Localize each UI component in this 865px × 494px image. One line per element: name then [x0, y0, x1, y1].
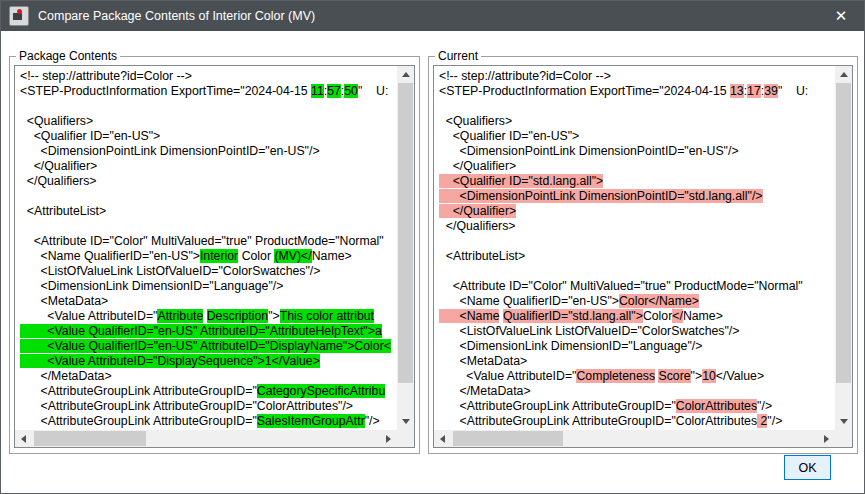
left-arrow-icon [440, 435, 445, 443]
right-hscroll-thumb[interactable] [453, 431, 563, 446]
current-legend: Current [435, 49, 481, 63]
current-code: <!-- step://attribute?id=Color --><STEP-… [434, 66, 835, 430]
code-line [439, 234, 835, 249]
code-line: <Value AttributeID="Completeness Score">… [439, 369, 835, 384]
code-line: <ListOfValueLink ListOfValueID="ColorSwa… [20, 264, 397, 279]
ok-button[interactable]: OK [784, 455, 831, 480]
code-line: <STEP-ProductInformation ExportTime="202… [20, 84, 397, 99]
code-line: <Qualifier ID="en-US"> [20, 129, 397, 144]
code-line: <Qualifiers> [20, 114, 397, 129]
code-line [439, 99, 835, 114]
left-arrow-icon [21, 435, 26, 443]
code-line: <!-- step://attribute?id=Color --> [20, 69, 397, 84]
code-line: <DimensionPointLink DimensionPointID="st… [439, 189, 835, 204]
window-title: Compare Package Contents of Interior Col… [38, 9, 315, 23]
code-line: <Attribute ID="Color" MultiValued="true"… [439, 279, 835, 294]
scroll-right-icon[interactable] [380, 430, 397, 447]
code-line: <MetaData> [439, 354, 835, 369]
left-horizontal-scrollbar[interactable] [15, 430, 397, 447]
right-arrow-icon [386, 435, 391, 443]
code-line: <AttributeGroupLink AttributeGroupID="Co… [20, 399, 397, 414]
scroll-up-icon[interactable] [397, 66, 414, 83]
code-line: <Name QualifierID="en-US">Color</Name> [439, 294, 835, 309]
code-line [20, 99, 397, 114]
code-line: <AttributeList> [20, 204, 397, 219]
code-line: </Qualifier> [20, 159, 397, 174]
code-line: <AttributeList> [439, 249, 835, 264]
code-line [20, 219, 397, 234]
right-arrow-icon [824, 435, 829, 443]
scroll-up-icon[interactable] [835, 66, 852, 83]
package-contents-groupbox: Package Contents <!-- step://attribute?i… [9, 56, 420, 454]
code-line: <AttributeGroupLink AttributeGroupID="Co… [439, 414, 835, 429]
code-line: </MetaData> [439, 384, 835, 399]
app-icon [9, 6, 29, 26]
up-arrow-icon [402, 72, 410, 77]
code-line: <Name QualifierID="std.lang.all">Color</… [439, 309, 835, 324]
code-line: <Value QualifierID="en-US" AttributeID="… [20, 339, 397, 354]
code-line: <MetaData> [20, 294, 397, 309]
code-line: <DimensionPointLink DimensionPointID="en… [20, 144, 397, 159]
code-line: <AttributeGroupLink AttributeGroupID="Co… [439, 399, 835, 414]
package-contents-scrollarea[interactable]: <!-- step://attribute?id=Color --><STEP-… [14, 65, 415, 448]
left-vscroll-thumb[interactable] [398, 83, 413, 383]
down-arrow-icon [840, 419, 848, 424]
code-line: <Value AttributeID="DisplaySequence">1</… [20, 354, 397, 369]
dialog-body: Package Contents <!-- step://attribute?i… [1, 31, 865, 494]
title-bar: Compare Package Contents of Interior Col… [1, 1, 864, 31]
code-line: </MetaData> [20, 369, 397, 384]
right-vscroll-thumb[interactable] [836, 83, 851, 383]
current-scrollarea[interactable]: <!-- step://attribute?id=Color --><STEP-… [433, 65, 853, 448]
code-line: <DimensionLink DimensionID="Language"/> [20, 279, 397, 294]
scroll-right-icon[interactable] [818, 430, 835, 447]
scroll-down-icon[interactable] [835, 413, 852, 430]
up-arrow-icon [840, 72, 848, 77]
scroll-down-icon[interactable] [397, 413, 414, 430]
close-icon[interactable]: ✕ [818, 1, 864, 31]
code-line: </Qualifiers> [439, 219, 835, 234]
code-line: <Value QualifierID="en-US" AttributeID="… [20, 324, 397, 339]
scroll-left-icon[interactable] [15, 430, 32, 447]
code-line: <AttributeGroupLink AttributeGroupID="Sa… [20, 414, 397, 429]
left-vertical-scrollbar[interactable] [397, 66, 414, 430]
code-line: <!-- step://attribute?id=Color --> [439, 69, 835, 84]
code-line: </Qualifier> [439, 204, 835, 219]
down-arrow-icon [402, 419, 410, 424]
code-line: <Qualifier ID="en-US"> [439, 129, 835, 144]
package-contents-legend: Package Contents [16, 49, 120, 63]
code-line: <Attribute ID="Color" MultiValued="true"… [20, 234, 397, 249]
code-line: </Qualifier> [439, 159, 835, 174]
code-line: <DimensionLink DimensionID="Language"/> [439, 339, 835, 354]
scroll-left-icon[interactable] [434, 430, 451, 447]
code-line: <Qualifier ID="std.lang.all"> [439, 174, 835, 189]
code-line: <ListOfValueLink ListOfValueID="ColorSwa… [439, 324, 835, 339]
code-line: </Qualifiers> [20, 174, 397, 189]
compare-dialog: Compare Package Contents of Interior Col… [0, 0, 865, 494]
scrollbar-corner [835, 430, 852, 447]
code-line: <Name QualifierID="en-US">Interior Color… [20, 249, 397, 264]
code-line: <Value AttributeID="Attribute Descriptio… [20, 309, 397, 324]
right-horizontal-scrollbar[interactable] [434, 430, 835, 447]
scrollbar-corner [397, 430, 414, 447]
code-line: <AttributeGroupLink AttributeGroupID="Ca… [20, 384, 397, 399]
code-line: <Qualifiers> [439, 114, 835, 129]
right-vertical-scrollbar[interactable] [835, 66, 852, 430]
code-line: <DimensionPointLink DimensionPointID="en… [439, 144, 835, 159]
package-contents-code: <!-- step://attribute?id=Color --><STEP-… [15, 66, 397, 430]
current-groupbox: Current <!-- step://attribute?id=Color -… [428, 56, 858, 454]
left-hscroll-thumb[interactable] [34, 431, 146, 446]
code-line: <STEP-ProductInformation ExportTime="202… [439, 84, 835, 99]
code-line [439, 264, 835, 279]
code-line [20, 189, 397, 204]
